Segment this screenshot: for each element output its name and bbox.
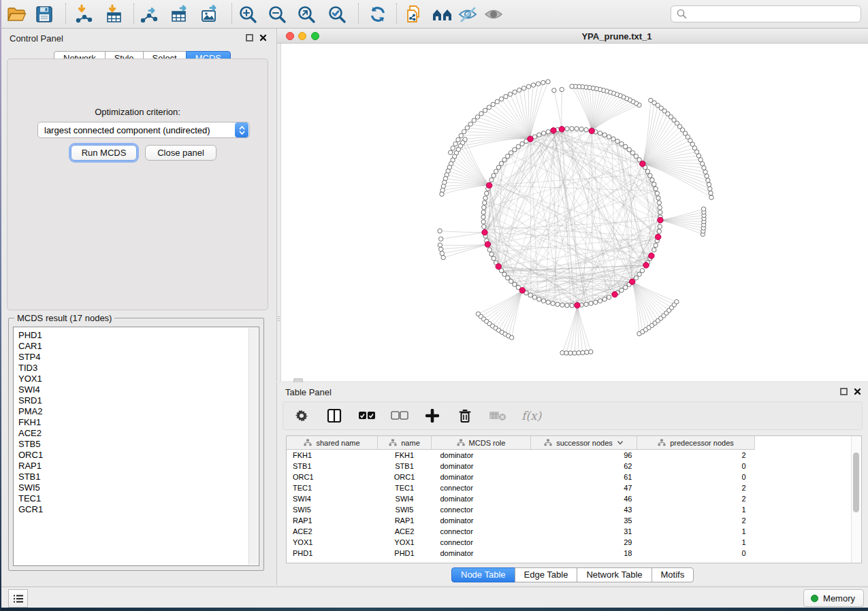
network-node[interactable] xyxy=(487,105,491,110)
network-node[interactable] xyxy=(451,146,455,150)
mcds-hub-node[interactable] xyxy=(612,292,617,297)
network-node[interactable] xyxy=(565,127,569,131)
mcds-result-item[interactable]: RAP1 xyxy=(18,461,249,472)
network-node[interactable] xyxy=(492,174,496,178)
network-node[interactable] xyxy=(645,169,649,174)
memory-button[interactable]: Memory xyxy=(803,589,864,607)
mcds-result-item[interactable]: PHD1 xyxy=(18,330,249,341)
export-image-button[interactable] xyxy=(198,3,221,25)
table-cell[interactable]: 96 xyxy=(531,450,637,461)
search-input[interactable] xyxy=(691,8,861,20)
network-node[interactable] xyxy=(491,102,495,106)
table-cell[interactable]: 2 xyxy=(637,482,755,493)
mcds-result-item[interactable]: STB5 xyxy=(18,439,249,450)
table-cell[interactable]: dominator xyxy=(432,450,531,461)
show-columns-button[interactable] xyxy=(325,407,343,425)
table-cell[interactable]: dominator xyxy=(432,461,531,472)
table-cell[interactable]: TEC1 xyxy=(378,482,432,493)
mcds-hub-node[interactable] xyxy=(486,182,492,188)
mcds-hub-node[interactable] xyxy=(575,303,580,308)
network-node[interactable] xyxy=(620,288,624,292)
network-node[interactable] xyxy=(517,88,521,92)
add-row-button[interactable] xyxy=(423,407,441,425)
network-node[interactable] xyxy=(440,251,444,255)
table-cell[interactable]: connector xyxy=(432,504,531,515)
network-graph[interactable] xyxy=(277,44,868,381)
network-node[interactable] xyxy=(658,225,662,229)
table-cell[interactable]: dominator xyxy=(432,493,531,504)
network-node[interactable] xyxy=(537,133,541,137)
network-node[interactable] xyxy=(650,178,654,182)
export-table-button[interactable] xyxy=(168,3,191,25)
table-cell[interactable]: 2 xyxy=(637,450,755,461)
network-node[interactable] xyxy=(492,257,496,261)
network-node[interactable] xyxy=(584,128,588,132)
column-header[interactable]: MCDS role xyxy=(432,436,531,450)
network-node[interactable] xyxy=(589,350,593,354)
network-node[interactable] xyxy=(487,248,492,252)
table-cell[interactable]: 1 xyxy=(637,504,755,515)
network-node[interactable] xyxy=(575,127,579,131)
table-cell[interactable]: dominator xyxy=(432,548,531,559)
network-node[interactable] xyxy=(556,302,560,306)
network-node[interactable] xyxy=(570,84,574,88)
table-cell[interactable]: ORC1 xyxy=(287,472,378,482)
network-node[interactable] xyxy=(565,303,569,308)
network-node[interactable] xyxy=(505,276,509,280)
table-cell[interactable]: SWI5 xyxy=(378,504,432,515)
table-row[interactable]: SWI5SWI5connector431 xyxy=(287,504,755,515)
network-node[interactable] xyxy=(541,80,545,84)
mcds-hub-node[interactable] xyxy=(519,288,525,293)
network-node[interactable] xyxy=(655,191,659,195)
network-node[interactable] xyxy=(620,142,624,146)
network-node[interactable] xyxy=(658,205,662,210)
table-row[interactable]: FKH1FKH1dominator962 xyxy=(287,450,755,461)
zoom-out-button[interactable] xyxy=(266,3,289,25)
network-node[interactable] xyxy=(546,300,550,304)
mcds-result-item[interactable]: PMA2 xyxy=(18,406,249,417)
network-node[interactable] xyxy=(499,97,503,101)
mcds-list-scrollbar[interactable] xyxy=(248,328,258,565)
network-node[interactable] xyxy=(536,82,540,86)
tab-node-table[interactable]: Node Table xyxy=(451,567,515,582)
network-node[interactable] xyxy=(541,131,545,135)
close-panel-icon[interactable] xyxy=(854,388,861,395)
table-cell[interactable]: STB1 xyxy=(287,461,378,472)
import-table-button[interactable] xyxy=(102,3,125,25)
table-row[interactable]: SWI4SWI4dominator462 xyxy=(287,493,755,504)
table-cell[interactable]: ACE2 xyxy=(287,526,378,537)
network-node[interactable] xyxy=(509,279,513,283)
table-cell[interactable]: 0 xyxy=(637,472,755,482)
network-node[interactable] xyxy=(495,99,499,103)
delete-row-button[interactable] xyxy=(456,407,474,425)
zoom-fit-button[interactable] xyxy=(295,3,318,25)
network-node[interactable] xyxy=(707,182,711,186)
network-node[interactable] xyxy=(505,154,509,158)
table-scrollbar[interactable] xyxy=(851,436,861,563)
network-node[interactable] xyxy=(551,301,555,306)
network-node[interactable] xyxy=(468,122,472,126)
network-node[interactable] xyxy=(479,112,483,116)
tab-edge-table[interactable]: Edge Table xyxy=(515,567,578,582)
network-node[interactable] xyxy=(594,300,598,304)
table-cell[interactable]: 2 xyxy=(637,515,755,526)
network-node[interactable] xyxy=(598,299,602,303)
table-cell[interactable]: 0 xyxy=(637,461,755,472)
mcds-result-item[interactable]: SWI4 xyxy=(18,384,249,395)
network-node[interactable] xyxy=(537,297,541,301)
network-node[interactable] xyxy=(630,150,634,154)
network-node[interactable] xyxy=(568,351,573,355)
network-node[interactable] xyxy=(657,201,661,205)
table-cell[interactable]: 47 xyxy=(531,482,637,493)
mcds-hub-node[interactable] xyxy=(640,161,645,167)
network-node[interactable] xyxy=(453,142,457,146)
network-node[interactable] xyxy=(705,174,709,178)
table-row[interactable]: STB1STB1dominator620 xyxy=(287,461,755,472)
network-node[interactable] xyxy=(521,86,526,90)
network-node[interactable] xyxy=(528,293,532,297)
network-node[interactable] xyxy=(448,150,452,154)
network-node[interactable] xyxy=(489,252,494,256)
table-cell[interactable]: 2 xyxy=(637,493,755,504)
network-node[interactable] xyxy=(496,165,500,169)
table-cell[interactable]: ORC1 xyxy=(378,472,432,482)
